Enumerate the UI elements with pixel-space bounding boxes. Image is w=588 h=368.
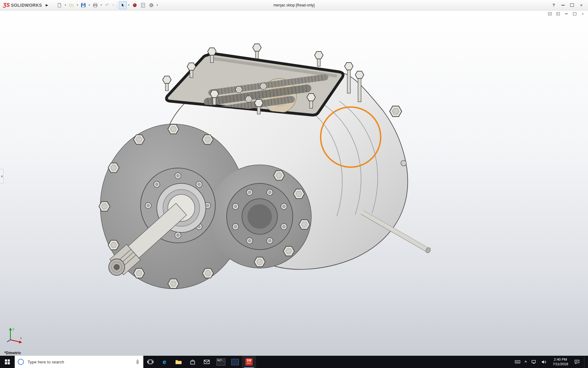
print-dropdown[interactable]: ▾	[100, 2, 103, 9]
view-orientation-label: *Dimetric	[4, 351, 21, 355]
action-center-icon[interactable]	[574, 359, 580, 365]
chevron-down-icon: ▾	[100, 4, 102, 6]
options-button[interactable]	[147, 1, 155, 9]
side-fitting	[401, 160, 406, 166]
volume-icon[interactable]	[541, 359, 547, 365]
select-tool-button[interactable]	[119, 1, 127, 9]
windows-taskbar: e &gt;_ SW	[0, 356, 588, 368]
taskbar-clock[interactable]: 2:40 PM 7/11/2018	[551, 357, 570, 366]
new-document-dropdown[interactable]: ▾	[64, 2, 67, 9]
solidworks-logo: ƷS SOLIDWORKS	[0, 2, 44, 8]
solidworks-window: ƷS SOLIDWORKS ▶ ▾ ▾	[0, 0, 588, 368]
save-button[interactable]	[79, 1, 87, 9]
doc-restore-icon	[573, 12, 576, 15]
doc-pane-left-button[interactable]: ◂	[547, 11, 552, 16]
titlebar: ƷS SOLIDWORKS ▶ ▾ ▾	[0, 0, 588, 10]
toolbar-separator	[117, 2, 117, 8]
chevron-down-icon: ▾	[89, 4, 90, 6]
doc-close-button[interactable]: ×	[580, 11, 586, 16]
print-icon	[93, 3, 98, 8]
minimize-icon	[561, 5, 565, 6]
console-app-button[interactable]: &gt;_	[214, 356, 228, 368]
network-icon[interactable]	[531, 359, 537, 365]
options-dropdown[interactable]: ▾	[156, 2, 159, 9]
show-desktop-button[interactable]	[584, 356, 586, 368]
axis-x-label: x	[20, 336, 22, 340]
orientation-triad: y x	[5, 326, 24, 345]
ds-logo-icon: ƷS	[3, 2, 10, 8]
minimize-button[interactable]	[559, 2, 567, 9]
task-view-button[interactable]	[143, 356, 157, 368]
mail-icon	[203, 358, 210, 366]
undo-dropdown[interactable]: ▾	[111, 2, 115, 9]
open-dropdown[interactable]: ▾	[76, 2, 79, 9]
doc-restore-button[interactable]	[572, 11, 577, 16]
graphics-viewport[interactable]: ◂ ▸ ×	[0, 10, 588, 356]
app-name: SOLIDWORKS	[11, 3, 42, 8]
close-button[interactable]: ×	[577, 2, 586, 9]
clock-date: 7/11/2018	[551, 362, 570, 366]
mail-button[interactable]	[200, 356, 214, 368]
appearance-button[interactable]	[131, 1, 139, 9]
document-window-controls: ◂ ▸ ×	[547, 11, 586, 16]
chevron-down-icon: ▾	[77, 4, 78, 6]
undo-icon: ↶	[105, 2, 109, 8]
print-button[interactable]	[91, 1, 99, 9]
doc-minimize-button[interactable]	[564, 11, 569, 16]
help-button[interactable]: ?	[549, 2, 558, 9]
microphone-icon	[135, 359, 140, 365]
side-cover[interactable]	[227, 183, 293, 250]
hidden-icons-chevron[interactable]: ^	[525, 360, 527, 364]
chevron-down-icon: ▾	[128, 4, 129, 6]
gearbox-model[interactable]	[99, 44, 432, 289]
chevron-down-icon: ▾	[112, 4, 114, 6]
standard-toolbar: ▾ ▾ ▾	[55, 1, 159, 9]
edge-browser-button[interactable]: e	[157, 356, 172, 368]
maximize-icon	[570, 3, 574, 7]
open-button[interactable]	[67, 1, 75, 9]
gear-icon	[149, 3, 154, 8]
chevron-down-icon: ▾	[156, 4, 158, 6]
save-dropdown[interactable]: ▾	[88, 2, 91, 9]
console-window-icon: &gt;_	[217, 358, 225, 366]
edge-icon: e	[163, 358, 166, 366]
app-tile-icon	[231, 359, 239, 365]
window-controls: ? ×	[549, 2, 588, 9]
maximize-button[interactable]	[568, 2, 576, 9]
search-input[interactable]	[27, 359, 132, 365]
help-icon: ?	[552, 3, 555, 7]
axis-y-label: y	[13, 327, 14, 331]
undo-button[interactable]: ↶	[103, 1, 111, 9]
select-tool-dropdown[interactable]: ▾	[127, 2, 130, 9]
report-button[interactable]	[139, 1, 147, 9]
open-folder-icon	[69, 3, 74, 8]
doc-close-icon: ×	[582, 12, 584, 16]
new-document-button[interactable]	[55, 1, 63, 9]
doc-minimize-icon	[565, 13, 568, 14]
solidworks-taskbar-button[interactable]: SW 2017	[242, 356, 256, 368]
new-document-icon	[57, 3, 62, 8]
red-sphere-icon	[132, 3, 137, 8]
task-view-icon	[147, 358, 154, 366]
doc-pane-right-button[interactable]: ▸	[555, 11, 561, 16]
report-icon	[141, 3, 145, 8]
store-button[interactable]	[186, 356, 200, 368]
hex-plug	[390, 106, 402, 117]
taskbar-search[interactable]	[15, 356, 143, 368]
store-bag-icon	[189, 358, 196, 366]
cortana-icon	[18, 359, 24, 365]
windows-logo-icon	[5, 359, 10, 365]
start-button[interactable]	[0, 356, 15, 368]
solidworks-app-icon: SW 2017	[245, 358, 253, 366]
file-explorer-button[interactable]	[172, 356, 186, 368]
chevron-down-icon: ▾	[65, 4, 66, 6]
file-explorer-icon	[175, 358, 182, 366]
system-tray: ^ 2:40 PM 7/11/2018	[511, 356, 588, 368]
select-cursor-icon	[120, 3, 125, 8]
touch-keyboard-icon[interactable]	[514, 359, 521, 365]
close-icon: ×	[580, 3, 582, 8]
clock-time: 2:40 PM	[551, 357, 570, 362]
model-viewport[interactable]	[0, 10, 588, 356]
app-button-secondary[interactable]	[228, 356, 242, 368]
menu-flyout-arrow[interactable]: ▶	[44, 2, 50, 8]
